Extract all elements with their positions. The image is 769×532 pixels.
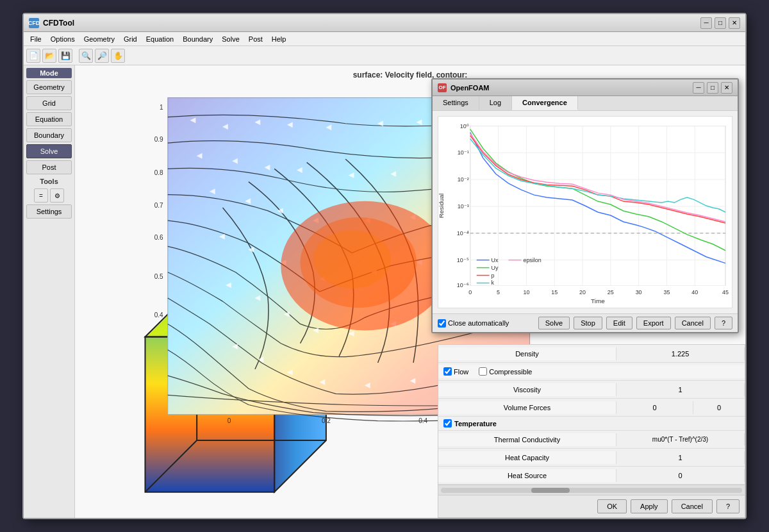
openfoam-maximize[interactable]: □ <box>707 82 718 94</box>
flow-compressible-row: Flow Compressible <box>438 363 745 381</box>
menu-solve[interactable]: Solve <box>218 34 244 44</box>
svg-text:Uy: Uy <box>492 265 499 271</box>
svg-text:0.5: 0.5 <box>154 273 163 280</box>
menu-options[interactable]: Options <box>47 34 79 44</box>
svg-text:Time: Time <box>591 297 605 304</box>
export-button[interactable]: Export <box>636 317 671 329</box>
svg-text:Residual: Residual <box>438 194 445 219</box>
heat-source-label: Heat Source <box>438 469 616 482</box>
viscosity-row: Viscosity 1 <box>438 381 745 399</box>
viscosity-label: Viscosity <box>438 383 616 396</box>
svg-text:0.7: 0.7 <box>154 202 163 209</box>
compressible-checkbox-label: Compressible <box>479 367 532 376</box>
main-window: CFD CFDTool ─ □ ✕ File Options Geometry … <box>22 13 747 519</box>
openfoam-title: OpenFOAM <box>451 84 689 92</box>
flow-checkbox-label: Flow <box>443 367 468 376</box>
menu-help[interactable]: Help <box>268 34 290 44</box>
cancel-eq-button[interactable]: Cancel <box>672 499 713 513</box>
toolbar-save[interactable]: 💾 <box>58 49 72 63</box>
svg-text:20: 20 <box>579 289 586 295</box>
svg-text:10⁰: 10⁰ <box>460 123 469 129</box>
apply-button[interactable]: Apply <box>631 499 668 513</box>
convergence-chart: 10⁰ 10⁻¹ 10⁻² 10⁻³ 10⁻⁴ 10⁻⁵ 10⁻⁶ 0 5 <box>438 116 732 308</box>
sidebar: Mode Geometry Grid Equation Boundary Sol… <box>24 65 75 518</box>
sidebar-solve[interactable]: Solve <box>26 144 72 158</box>
svg-text:5: 5 <box>497 289 500 295</box>
temperature-section: Temperature <box>438 417 745 431</box>
svg-text:0.4: 0.4 <box>418 417 427 424</box>
svg-text:10⁻⁵: 10⁻⁵ <box>457 257 469 263</box>
openfoam-icon: OF <box>438 83 447 92</box>
toolbar-new[interactable]: 📄 <box>26 49 40 63</box>
toolbar: 📄 📂 💾 🔍 🔎 ✋ <box>24 46 745 65</box>
temperature-checkbox[interactable] <box>443 419 452 428</box>
tab-convergence[interactable]: Convergence <box>512 96 578 110</box>
heat-source-row: Heat Source 0 <box>438 467 745 485</box>
svg-text:35: 35 <box>663 289 670 295</box>
tools-row: = ⚙ <box>26 188 72 203</box>
svg-rect-74 <box>470 126 725 286</box>
close-auto-checkbox[interactable] <box>438 319 446 328</box>
solve-button[interactable]: Solve <box>538 317 570 329</box>
svg-text:25: 25 <box>608 289 614 295</box>
sidebar-post[interactable]: Post <box>26 160 72 174</box>
toolbar-zoom-in[interactable]: 🔍 <box>79 49 93 63</box>
toolbar-zoom-out[interactable]: 🔎 <box>95 49 109 63</box>
volume-forces-label: Volume Forces <box>438 401 616 414</box>
edit-button[interactable]: Edit <box>606 317 633 329</box>
heat-capacity-row: Heat Capacity 1 <box>438 449 745 467</box>
flow-checkbox[interactable] <box>443 367 452 376</box>
tool-eq[interactable]: = <box>34 188 48 203</box>
minimize-button[interactable]: ─ <box>700 17 712 29</box>
svg-text:10⁻³: 10⁻³ <box>458 203 469 210</box>
sidebar-grid[interactable]: Grid <box>26 96 72 110</box>
svg-text:1: 1 <box>160 104 163 111</box>
tab-settings[interactable]: Settings <box>433 96 479 110</box>
svg-text:k: k <box>492 280 495 287</box>
stop-button[interactable]: Stop <box>574 317 602 329</box>
menu-geometry[interactable]: Geometry <box>80 34 119 44</box>
sidebar-settings[interactable]: Settings <box>26 204 72 219</box>
svg-text:0: 0 <box>468 289 472 295</box>
openfoam-close[interactable]: ✕ <box>721 82 732 94</box>
svg-text:Ux: Ux <box>492 257 499 263</box>
tools-label: Tools <box>26 176 72 187</box>
scrollbar[interactable] <box>438 485 745 495</box>
svg-point-63 <box>313 230 391 288</box>
toolbar-pan[interactable]: ✋ <box>111 49 125 63</box>
openfoam-titlebar: OF OpenFOAM ─ □ ✕ <box>433 79 738 96</box>
menu-post[interactable]: Post <box>245 34 267 44</box>
heat-source-value: 0 <box>616 469 745 482</box>
tab-log[interactable]: Log <box>479 96 512 110</box>
menu-boundary[interactable]: Boundary <box>179 34 217 44</box>
svg-text:10⁻²: 10⁻² <box>458 176 469 183</box>
sidebar-geometry[interactable]: Geometry <box>26 80 72 94</box>
flow-label: Flow <box>454 368 468 376</box>
sidebar-boundary[interactable]: Boundary <box>26 128 72 142</box>
ok-button[interactable]: OK <box>597 499 627 513</box>
viscosity-value: 1 <box>616 383 745 396</box>
menu-grid[interactable]: Grid <box>120 34 141 44</box>
sidebar-equation[interactable]: Equation <box>26 112 72 126</box>
maximize-button[interactable]: □ <box>715 17 726 29</box>
close-button[interactable]: ✕ <box>729 17 740 29</box>
help-of-button[interactable]: ? <box>715 317 732 329</box>
heat-capacity-value: 1 <box>616 451 745 464</box>
svg-text:30: 30 <box>636 289 642 295</box>
menu-equation[interactable]: Equation <box>142 34 178 44</box>
openfoam-minimize[interactable]: ─ <box>693 82 704 94</box>
help-eq-button[interactable]: ? <box>716 499 740 513</box>
app-icon: CFD <box>29 18 39 28</box>
thermal-conductivity-value: mu0*(T - Tref)^(2/3) <box>616 433 745 445</box>
svg-text:40: 40 <box>691 289 698 295</box>
volume-forces-y: 0 <box>693 401 745 414</box>
toolbar-open[interactable]: 📂 <box>42 49 56 63</box>
cancel-of-button[interactable]: Cancel <box>675 317 711 329</box>
tool-settings-icon[interactable]: ⚙ <box>50 188 64 203</box>
view-area: surface: Velocity field, contour: <box>75 65 745 518</box>
close-auto-checkbox-row: Close automatically <box>438 319 534 328</box>
menu-file[interactable]: File <box>26 34 45 44</box>
temperature-label: Temperature <box>454 420 497 428</box>
svg-text:10: 10 <box>523 289 529 295</box>
compressible-checkbox[interactable] <box>479 367 487 376</box>
